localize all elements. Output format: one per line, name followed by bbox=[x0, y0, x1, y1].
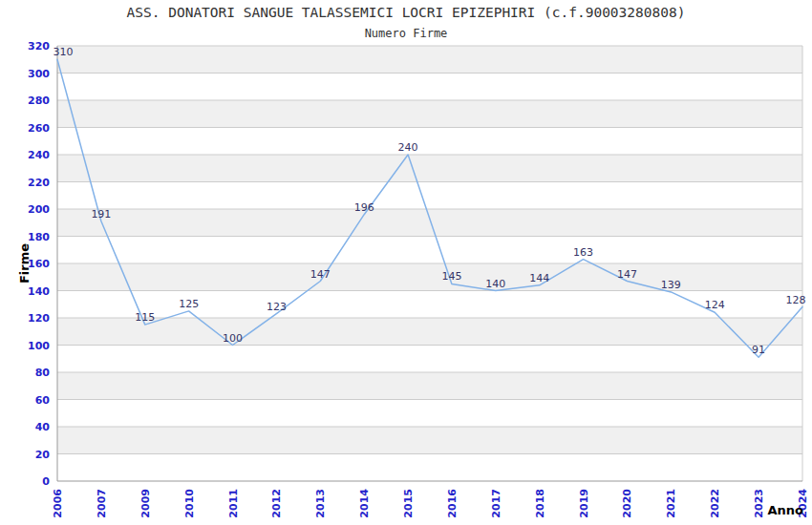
y-tick-label: 120 bbox=[28, 312, 50, 325]
y-tick-label: 100 bbox=[28, 340, 50, 352]
signatures-line-chart-page: ASS. DONATORI SANGUE TALASSEMICI LOCRI E… bbox=[0, 0, 812, 525]
y-tick-label: 80 bbox=[35, 367, 51, 379]
data-label: 100 bbox=[223, 332, 243, 345]
y-tick-label: 280 bbox=[28, 94, 50, 107]
x-tick-label: 2017 bbox=[490, 489, 502, 518]
data-label: 123 bbox=[267, 301, 287, 313]
y-tick-label: 320 bbox=[28, 40, 50, 52]
data-label: 163 bbox=[573, 246, 593, 259]
x-tick-label: 2007 bbox=[96, 489, 108, 518]
x-tick-label: 2013 bbox=[314, 489, 327, 518]
data-label: 191 bbox=[91, 208, 111, 220]
y-tick-label: 240 bbox=[28, 149, 50, 161]
x-tick-label: 2016 bbox=[446, 489, 459, 518]
y-tick-label: 300 bbox=[28, 68, 50, 80]
x-axis-title: Anno bbox=[767, 503, 803, 517]
x-tick-label: 2014 bbox=[358, 489, 371, 518]
data-label: 144 bbox=[529, 272, 549, 284]
x-tick-label: 2015 bbox=[402, 489, 415, 518]
data-label: 147 bbox=[617, 268, 637, 281]
y-tick-label: 140 bbox=[28, 285, 50, 298]
y-tick-label: 20 bbox=[35, 449, 51, 461]
y-tick-label: 60 bbox=[35, 394, 51, 407]
x-tick-label: 2012 bbox=[270, 489, 283, 518]
data-label: 145 bbox=[441, 270, 461, 283]
x-tick-label: 2019 bbox=[578, 489, 590, 518]
data-label: 240 bbox=[398, 141, 418, 154]
data-label: 196 bbox=[354, 201, 374, 214]
x-tick-label: 2011 bbox=[227, 489, 240, 518]
y-tick-label: 40 bbox=[35, 421, 51, 433]
data-label: 147 bbox=[310, 268, 331, 281]
y-tick-label: 200 bbox=[28, 203, 50, 216]
y-tick-label: 220 bbox=[28, 177, 50, 189]
x-tick-label: 2006 bbox=[52, 489, 64, 518]
data-label: 115 bbox=[135, 311, 155, 324]
data-label: 128 bbox=[786, 294, 806, 306]
y-tick-label: 0 bbox=[42, 475, 50, 488]
data-label: 124 bbox=[705, 299, 725, 311]
data-label: 140 bbox=[485, 278, 505, 290]
data-label: 139 bbox=[661, 279, 681, 291]
x-tick-label: 2021 bbox=[665, 489, 677, 518]
y-axis-title: Firme bbox=[17, 243, 32, 284]
data-label: 125 bbox=[179, 298, 199, 310]
x-tick-label: 2009 bbox=[139, 489, 152, 518]
y-tick-label: 260 bbox=[28, 122, 50, 135]
x-tick-label: 2018 bbox=[534, 489, 546, 518]
x-axis-ticks: 2006200720092010201120122013201420152016… bbox=[52, 489, 809, 518]
line-chart: 3101911151251001231471962401451401441631… bbox=[0, 0, 812, 525]
x-tick-label: 2022 bbox=[709, 489, 721, 518]
x-tick-label: 2010 bbox=[183, 489, 196, 518]
data-label: 91 bbox=[752, 344, 765, 356]
x-tick-label: 2023 bbox=[753, 489, 765, 518]
y-tick-label: 180 bbox=[28, 231, 50, 243]
data-label: 310 bbox=[53, 46, 74, 58]
x-tick-label: 2020 bbox=[621, 489, 633, 518]
